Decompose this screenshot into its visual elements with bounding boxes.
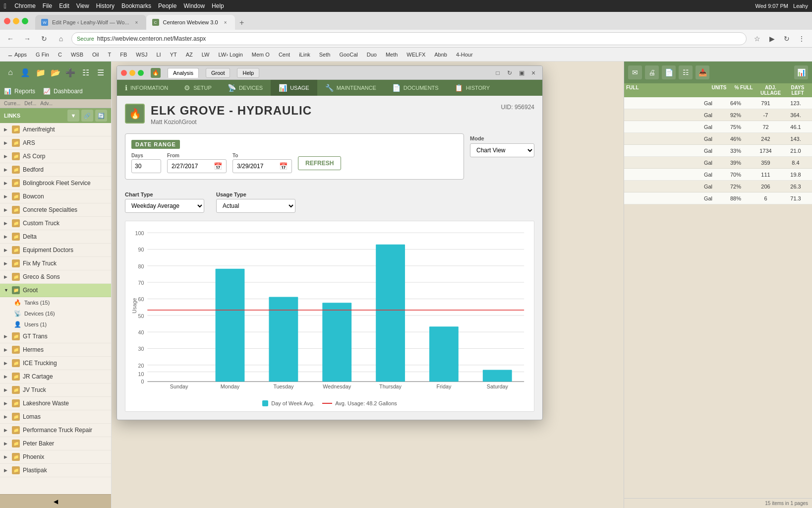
menu-file[interactable]: File [43, 2, 52, 9]
bookmark-li[interactable]: LI [152, 49, 165, 60]
sidebar-item-delta[interactable]: ▶ 📁 Delta [0, 230, 111, 244]
tab-close-2[interactable]: × [222, 19, 229, 26]
sidebar-item-peter-baker[interactable]: ▶ 📁 Peter Baker [0, 437, 111, 450]
sidebar-users-btn[interactable]: 👤 [19, 64, 32, 80]
groot-tab-btn[interactable]: Groot [206, 68, 231, 78]
sidebar-item-gt-trans[interactable]: ▶ 📁 GT Trans [0, 330, 111, 343]
sidebar-item-devices[interactable]: 📡 Devices (16) [0, 308, 111, 319]
sidebar-item-groot[interactable]: ▼ 📁 Groot [0, 284, 111, 297]
sidebar-open-folder-btn[interactable]: 📂 [49, 64, 62, 80]
tab-maintenance[interactable]: 🔧 MAINTENANCE [317, 80, 384, 96]
close-window-btn[interactable] [4, 18, 10, 24]
chart-view-icon[interactable]: 📊 [794, 65, 808, 79]
modal-restore-btn[interactable]: □ [493, 68, 503, 78]
sidebar-link-btn-2[interactable]: 🔗 [81, 110, 93, 122]
sidebar-item-hermes[interactable]: ▶ 📁 Hermes [0, 343, 111, 357]
sidebar-item-as-corp[interactable]: ▶ 📁 AS Corp [0, 150, 111, 163]
sidebar-link-btn-3[interactable]: 🔄 [95, 110, 107, 122]
sidebar-collapse-btn[interactable]: ◀ [0, 494, 111, 508]
tab-documents[interactable]: 📄 DOCUMENTS [384, 80, 447, 96]
menu-people[interactable]: People [158, 2, 176, 9]
bookmark-yt[interactable]: YT [166, 49, 181, 60]
sidebar-item-jv-truck[interactable]: ▶ 📁 JV Truck [0, 383, 111, 397]
sidebar-item-greco[interactable]: ▶ 📁 Greco & Sons [0, 270, 111, 284]
sidebar-item-plastipak[interactable]: ▶ 📁 Plastipak [0, 464, 111, 477]
bookmark-btn[interactable]: ☆ [751, 32, 763, 45]
menu-view[interactable]: View [76, 2, 89, 9]
export-icon[interactable]: 📥 [696, 65, 709, 79]
table-row[interactable]: Gal 92% -7 364. [624, 109, 812, 121]
modal-close-x-btn[interactable]: × [528, 68, 538, 78]
menu-help[interactable]: Help [212, 2, 224, 9]
sidebar-item-fix-my-truck[interactable]: ▶ 📁 Fix My Truck [0, 257, 111, 270]
table-row[interactable]: Gal 70% 111 19.8 [624, 169, 812, 181]
bookmark-meth[interactable]: Meth [382, 49, 402, 60]
bookmark-abnb[interactable]: Abnb [430, 49, 451, 60]
modal-expand-btn[interactable]: ▣ [517, 68, 526, 78]
bookmark-fb[interactable]: FB [116, 49, 131, 60]
menu-bookmarks[interactable]: Bookmarks [121, 2, 151, 9]
menu-chrome[interactable]: Chrome [14, 2, 36, 9]
sidebar-home-btn[interactable]: ⌂ [4, 64, 17, 80]
bookmark-duo[interactable]: Duo [363, 49, 381, 60]
tab-setup[interactable]: ⚙ SETUP [176, 80, 220, 96]
sidebar-item-ice[interactable]: ▶ 📁 ICE Trucking [0, 357, 111, 370]
forward-btn[interactable]: → [21, 32, 34, 45]
table-icon[interactable]: ☷ [679, 65, 693, 79]
table-row[interactable]: Gal 33% 1734 21.0 [624, 145, 812, 157]
address-bar[interactable]: Secure https://webview.centeron.net/Mast… [71, 32, 747, 45]
browser-tab-2[interactable]: C Centeron Webview 3.0 × [146, 15, 235, 30]
bookmark-az[interactable]: AZ [182, 49, 197, 60]
sidebar-item-bedford[interactable]: ▶ 📁 Bedford [0, 163, 111, 177]
sidebar-list-btn[interactable]: ☰ [94, 64, 107, 80]
bookmark-goocal[interactable]: GooCal [335, 49, 361, 60]
table-row[interactable]: Gal 88% 6 71.3 [624, 192, 812, 204]
sidebar-item-equipment[interactable]: ▶ 📁 Equipment Doctors [0, 244, 111, 257]
bookmark-ilink[interactable]: iLink [295, 49, 314, 60]
tab-information[interactable]: ℹ INFORMATION [117, 80, 176, 96]
bookmark-gfin[interactable]: G Fin [32, 49, 53, 60]
bookmark-wsb[interactable]: WSB [67, 49, 87, 60]
sidebar-item-bolingbrook[interactable]: ▶ 📁 Bolingbrook Fleet Service [0, 177, 111, 190]
modal-refresh-btn[interactable]: ↻ [505, 68, 515, 78]
bookmark-oil[interactable]: Oil [88, 49, 103, 60]
refresh-button[interactable]: REFRESH [298, 156, 341, 170]
analysis-tab-btn[interactable]: Analysis [168, 68, 199, 78]
maximize-window-btn[interactable] [22, 18, 28, 24]
to-date-input[interactable]: 3/29/2017 📅 [232, 159, 292, 173]
back-btn[interactable]: ← [4, 32, 17, 45]
tab-devices[interactable]: 📡 DEVICES [220, 80, 271, 96]
profile-btn[interactable]: ▶ [765, 32, 778, 45]
sidebar-item-concrete[interactable]: ▶ 📁 Concrete Specialties [0, 203, 111, 217]
apple-menu[interactable]:  [4, 2, 6, 10]
bookmark-lw[interactable]: LW [198, 49, 214, 60]
table-row[interactable]: Gal 72% 206 26.3 [624, 181, 812, 192]
sidebar-folder-btn[interactable]: 📁 [34, 64, 47, 80]
refresh-nav-btn[interactable]: ↻ [780, 32, 793, 45]
to-calendar-icon[interactable]: 📅 [279, 162, 288, 170]
tab-usage[interactable]: 📊 USAGE [271, 80, 317, 96]
help-tab-btn[interactable]: Help [237, 68, 259, 78]
table-row[interactable]: Gal 75% 72 46.1 [624, 121, 812, 133]
sidebar-item-phoenix[interactable]: ▶ 📁 Phoenix [0, 450, 111, 464]
sidebar-item-jr-cartage[interactable]: ▶ 📁 JR Cartage [0, 370, 111, 383]
bookmark-lw-login[interactable]: LW› Login [214, 49, 246, 60]
bookmark-4hour[interactable]: 4-Hour [452, 49, 477, 60]
bookmark-welfx[interactable]: WELFX [403, 49, 429, 60]
table-row[interactable]: Gal 64% 791 123. [624, 97, 812, 109]
menu-edit[interactable]: Edit [59, 2, 69, 9]
sidebar-item-amerifreight[interactable]: ▶ 📁 Amerifreight [0, 123, 111, 136]
sidebar-item-lomas[interactable]: ▶ 📁 Lomas [0, 410, 111, 424]
mode-select[interactable]: Chart View Table View Summary View [470, 143, 534, 157]
pdf-icon[interactable]: 📄 [662, 65, 676, 79]
bookmark-wsj[interactable]: WSJ [132, 49, 151, 60]
chart-type-select[interactable]: Weekday Average Daily Weekly Monthly [125, 199, 204, 213]
bookmark-memo[interactable]: Mem O [248, 49, 274, 60]
days-input[interactable] [131, 159, 161, 173]
new-tab-btn[interactable]: + [235, 16, 249, 30]
table-row[interactable]: Gal 46% 242 143. [624, 133, 812, 145]
modal-close-btn[interactable] [121, 70, 127, 76]
bookmark-cent[interactable]: Cent [275, 49, 294, 60]
tab-close-1[interactable]: × [133, 19, 140, 26]
from-date-input[interactable]: 2/27/2017 📅 [167, 159, 227, 173]
